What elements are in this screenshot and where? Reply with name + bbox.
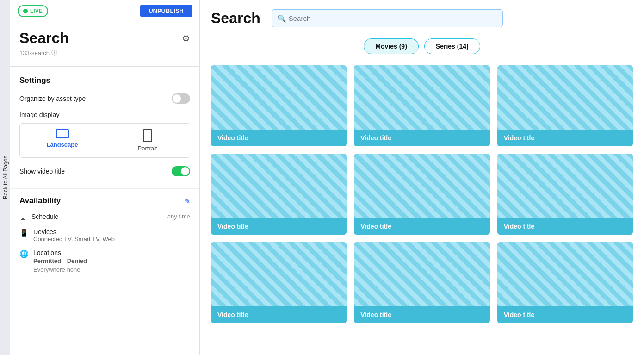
video-card[interactable]: Video title: [211, 242, 347, 323]
devices-label: Devices: [33, 228, 115, 236]
live-dot: [23, 9, 28, 13]
organize-toggle[interactable]: [172, 93, 190, 104]
live-badge: LIVE: [18, 5, 48, 17]
image-display-options: Landscape Portrait: [19, 123, 190, 158]
filter-tab-movies[interactable]: Movies (9): [364, 38, 418, 54]
sidebar-slug: 133-search ⓘ: [10, 49, 199, 66]
video-card-title: Video title: [354, 130, 489, 146]
video-card[interactable]: Video title: [354, 154, 489, 235]
live-label: LIVE: [30, 8, 43, 14]
device-icon: 📱: [19, 229, 29, 237]
video-card[interactable]: Video title: [211, 65, 347, 146]
video-card-title: Video title: [497, 130, 633, 146]
video-card[interactable]: Video title: [354, 242, 489, 323]
video-card[interactable]: Video title: [354, 65, 489, 146]
organize-label: Organize by asset type: [19, 95, 86, 102]
sidebar-title: Search: [19, 30, 69, 47]
filter-tabs: Movies (9) Series (14): [211, 38, 633, 54]
info-icon: ⓘ: [51, 49, 57, 57]
permitted-label: Permitted: [33, 257, 65, 264]
schedule-value: any time: [167, 213, 190, 220]
denied-label: Denied: [67, 257, 99, 264]
portrait-option[interactable]: Portrait: [105, 124, 190, 157]
video-card-title: Video title: [211, 130, 347, 146]
devices-value: Connected TV, Smart TV, Web: [33, 236, 115, 243]
landscape-label: Landscape: [47, 141, 78, 148]
sidebar-top-bar: LIVE UNPUBLISH: [10, 0, 199, 22]
availability-title: Availability: [19, 196, 61, 206]
denied-value: none: [67, 266, 99, 273]
gear-icon[interactable]: ⚙: [182, 33, 190, 44]
locations-row: 🌐 Locations Permitted Denied Everywhere …: [19, 249, 190, 273]
video-card-title: Video title: [211, 218, 347, 235]
show-video-title-label: Show video title: [19, 168, 65, 175]
locations-label: Locations: [33, 249, 99, 256]
back-to-all-pages-tab[interactable]: Back to All Pages: [0, 0, 10, 355]
filter-tab-series[interactable]: Series (14): [424, 38, 480, 54]
calendar-icon: 🗓: [19, 213, 27, 222]
search-bar: 🔍: [272, 9, 503, 27]
video-card[interactable]: Video title: [211, 154, 347, 235]
schedule-label: Schedule: [31, 213, 58, 220]
video-card[interactable]: Video title: [497, 154, 633, 235]
video-card-title: Video title: [211, 306, 347, 323]
video-card-title: Video title: [497, 306, 633, 323]
search-input[interactable]: [272, 9, 503, 27]
devices-row: 📱 Devices Connected TV, Smart TV, Web: [19, 228, 190, 243]
video-card-title: Video title: [354, 306, 489, 323]
availability-header: Availability ✎: [19, 196, 190, 206]
image-display-section: Image display Landscape Portrait: [19, 111, 190, 158]
locations-grid: Permitted Denied Everywhere none: [33, 257, 99, 273]
search-icon: 🔍: [277, 14, 286, 23]
video-card[interactable]: Video title: [497, 65, 633, 146]
landscape-icon: [56, 129, 69, 138]
settings-section: Settings Organize by asset type Image di…: [10, 67, 199, 188]
portrait-icon: [143, 129, 152, 142]
organize-by-asset-type-row: Organize by asset type: [19, 93, 190, 104]
video-card-title: Video title: [354, 218, 489, 235]
edit-icon[interactable]: ✎: [184, 197, 190, 206]
video-card[interactable]: Video title: [497, 242, 633, 323]
video-card-title: Video title: [497, 218, 633, 235]
sidebar-title-row: Search ⚙: [10, 22, 199, 49]
unpublish-button[interactable]: UNPUBLISH: [140, 5, 192, 17]
main-content: Search 🔍 Movies (9) Series (14) Video ti…: [200, 0, 644, 355]
show-video-title-row: Show video title: [19, 166, 190, 176]
video-grid: Video title Video title Video title Vide…: [211, 65, 633, 323]
landscape-option[interactable]: Landscape: [20, 124, 105, 157]
portrait-label: Portrait: [138, 145, 157, 152]
image-display-label: Image display: [19, 111, 190, 118]
main-title: Search: [211, 10, 260, 27]
globe-icon: 🌐: [19, 249, 29, 258]
permitted-value: Everywhere: [33, 266, 65, 273]
schedule-row: 🗓 Schedule any time: [19, 213, 190, 222]
sidebar: LIVE UNPUBLISH Search ⚙ 133-search ⓘ Set…: [10, 0, 200, 355]
show-video-title-toggle[interactable]: [172, 166, 190, 176]
settings-title: Settings: [19, 76, 190, 85]
main-header: Search 🔍: [211, 9, 633, 27]
availability-section: Availability ✎ 🗓 Schedule any time 📱 Dev…: [10, 188, 199, 287]
